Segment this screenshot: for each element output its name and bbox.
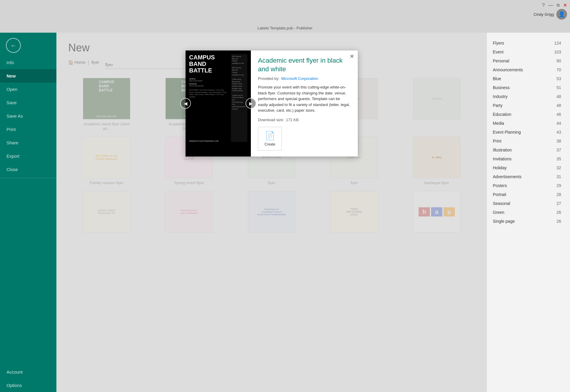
- category-count: 103: [554, 50, 561, 54]
- category-item[interactable]: Print38: [490, 137, 564, 146]
- category-item[interactable]: Invitations35: [490, 154, 564, 163]
- category-item[interactable]: Portrait28: [490, 190, 564, 199]
- category-count: 124: [554, 41, 561, 45]
- sidebar-item-export[interactable]: Export: [0, 149, 56, 163]
- modal-info: Academic event flyer in black and white …: [251, 50, 358, 157]
- category-count: 38: [556, 139, 561, 143]
- category-count: 29: [556, 183, 561, 188]
- category-item[interactable]: Seasonal27: [490, 199, 564, 208]
- modal-close-button[interactable]: ✕: [348, 53, 355, 60]
- category-name: Illustration: [493, 148, 512, 152]
- create-label: Create: [265, 142, 275, 146]
- flyer-when: WHEN: [189, 78, 227, 80]
- category-count: 26: [556, 219, 561, 224]
- category-name: Seasonal: [493, 201, 510, 206]
- sidebar-item-info[interactable]: Info: [0, 56, 56, 69]
- sidebar-item-close[interactable]: Close: [0, 163, 56, 176]
- create-button[interactable]: 📄 Create: [258, 127, 282, 151]
- main-content: New 🏠 Home | flyer 🔍 CAMPUSBANDBATTLE: [56, 33, 487, 392]
- flyer-where: WHERE: [189, 83, 227, 85]
- category-count: 32: [556, 165, 561, 170]
- modal-nav-right[interactable]: ▶: [246, 98, 256, 109]
- flyer-website: WWW.BATTLEOFTHEBANDS.COM: [189, 140, 227, 142]
- user-avatar[interactable]: 👤: [556, 9, 567, 20]
- sidebar-divider: [0, 178, 56, 178]
- sidebar-item-options[interactable]: Options: [0, 379, 56, 392]
- category-name: Business: [493, 85, 510, 90]
- category-item[interactable]: Event103: [490, 48, 564, 56]
- category-name: Advertisements: [493, 174, 521, 179]
- sidebar-item-print[interactable]: Print: [0, 123, 56, 136]
- restore-button[interactable]: ⧉: [557, 3, 560, 8]
- close-button[interactable]: ✕: [563, 2, 567, 8]
- sidebar-item-share[interactable]: Share: [0, 136, 56, 149]
- create-icon: 📄: [265, 131, 275, 140]
- category-item[interactable]: Event Planning43: [490, 128, 564, 137]
- category-item[interactable]: Media44: [490, 119, 564, 128]
- modal-description: Promote your event with this cutting-edg…: [258, 84, 351, 113]
- category-count: 35: [556, 157, 561, 161]
- category-name: Media: [493, 121, 504, 126]
- category-name: Event Planning: [493, 130, 521, 135]
- category-name: Invitations: [493, 157, 512, 161]
- category-count: 37: [556, 148, 561, 152]
- minimize-button[interactable]: —: [548, 3, 553, 8]
- category-count: 48: [556, 103, 561, 108]
- modal-provider-name[interactable]: Microsoft Corporation: [281, 76, 318, 81]
- user-area: Cindy Grigg 👤: [533, 9, 570, 20]
- category-count: 53: [556, 76, 561, 81]
- modal-nav-left[interactable]: ◀: [180, 98, 191, 109]
- overlay-backdrop: ✕ CAMPUSBANDBATTLE WHEN Date placeholder: [56, 33, 487, 392]
- category-item[interactable]: Flyers124: [490, 39, 564, 48]
- back-button[interactable]: ←: [6, 38, 21, 53]
- title-bar-text: Labels Template.pub - Publisher: [257, 26, 313, 30]
- download-size: 171 KB: [286, 118, 299, 122]
- category-name: Print: [493, 139, 501, 143]
- category-name: Industry: [493, 94, 508, 99]
- category-item[interactable]: Party48: [490, 101, 564, 110]
- category-name: Event: [493, 50, 504, 54]
- sidebar-item-save[interactable]: Save: [0, 96, 56, 109]
- category-count: 31: [556, 174, 561, 179]
- category-item[interactable]: Education46: [490, 110, 564, 119]
- category-name: Portrait: [493, 192, 506, 197]
- title-bar: Labels Template.pub - Publisher ? — ⧉ ✕ …: [0, 0, 570, 33]
- sidebar-item-open[interactable]: Open: [0, 83, 56, 96]
- sidebar-item-account[interactable]: Account: [0, 365, 56, 379]
- modal-provider: Provided by: Microsoft Corporation: [258, 76, 351, 81]
- sidebar-item-save-as[interactable]: Save As: [0, 109, 56, 123]
- category-item[interactable]: Blue53: [490, 74, 564, 83]
- category-item[interactable]: Holiday32: [490, 163, 564, 172]
- category-item[interactable]: Green26: [490, 208, 564, 217]
- help-icon[interactable]: ?: [542, 3, 545, 8]
- modal-body: CAMPUSBANDBATTLE WHEN Date placeholder W…: [186, 50, 358, 157]
- category-count: 44: [556, 121, 561, 126]
- category-count: 43: [556, 130, 561, 135]
- category-count: 48: [556, 94, 561, 99]
- category-item[interactable]: Announcements70: [490, 65, 564, 74]
- category-name: Single page: [493, 219, 515, 224]
- category-name: Holiday: [493, 165, 507, 170]
- modal-dialog: ✕ CAMPUSBANDBATTLE WHEN Date placeholder: [186, 50, 358, 157]
- category-item[interactable]: Industry48: [490, 92, 564, 101]
- category-name: Party: [493, 103, 503, 108]
- category-item[interactable]: Illustration37: [490, 146, 564, 154]
- category-item[interactable]: Single page26: [490, 217, 564, 226]
- category-count: 51: [556, 85, 561, 90]
- app-container: ← Info New Open Save Save As Print Share…: [0, 33, 570, 392]
- flyer-preview-title: CAMPUSBANDBATTLE: [189, 54, 227, 74]
- category-item[interactable]: Personal80: [490, 56, 564, 65]
- category-name: Green: [493, 210, 504, 215]
- category-item[interactable]: Advertisements31: [490, 172, 564, 181]
- right-panel: Flyers124Event103Personal80Announcements…: [487, 33, 570, 392]
- category-item[interactable]: Business51: [490, 83, 564, 92]
- flyer-featuring: FEATURING: The Family Chickens • In the …: [189, 89, 227, 98]
- category-count: 27: [556, 201, 561, 206]
- category-name: Announcements: [493, 67, 523, 72]
- sidebar: ← Info New Open Save Save As Print Share…: [0, 33, 56, 392]
- category-name: Posters: [493, 183, 507, 188]
- modal-preview: CAMPUSBANDBATTLE WHEN Date placeholder W…: [186, 50, 251, 157]
- category-item[interactable]: Posters29: [490, 181, 564, 190]
- modal-preview-inner: CAMPUSBANDBATTLE WHEN Date placeholder W…: [186, 50, 251, 146]
- sidebar-item-new[interactable]: New: [0, 69, 56, 83]
